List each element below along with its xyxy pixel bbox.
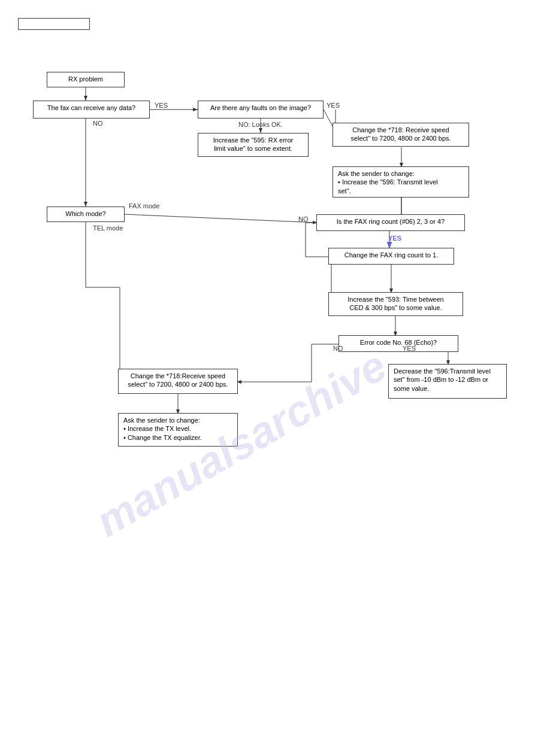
change-fax-ring-label: Change the FAX ring count to 1. — [344, 251, 439, 259]
ask-sender-1-box: Ask the sender to change:• Increase the … — [333, 166, 469, 198]
rx-problem-label: RX problem — [68, 75, 103, 83]
top-bar-box — [18, 18, 90, 30]
ask-sender-2-label: Ask the sender to change:• Increase the … — [123, 417, 202, 441]
error-code-68-label: Error code No. 68 (Echo)? — [360, 339, 437, 346]
yes4-label: YES — [403, 345, 416, 352]
ask-sender-1-label: Ask the sender to change:• Increase the … — [338, 170, 438, 195]
increase-593-label: Increase the "593: Time betweenCED & 300… — [347, 296, 443, 311]
rx-problem-box: RX problem — [47, 72, 125, 87]
which-mode-label: Which mode? — [65, 210, 105, 217]
tel-mode-label: TEL mode — [93, 224, 123, 232]
no1-label: NO — [93, 120, 103, 127]
yes3-label: YES — [388, 235, 401, 242]
decrease-596-box: Decrease the "596:Transmit levelset" fro… — [388, 364, 507, 399]
fax-receive-box: The fax can receive any data? — [33, 101, 150, 119]
ask-sender-2-box: Ask the sender to change:• Increase the … — [118, 413, 238, 447]
no2-label: NO: Looks OK. — [238, 121, 283, 128]
decrease-596-label: Decrease the "596:Transmit levelset" fro… — [394, 368, 491, 392]
change-718-2-label: Change the *718:Receive speedselect" to … — [128, 372, 228, 388]
no4-label: NO — [333, 345, 343, 352]
change-718-1-box: Change the *718: Receive speedselect" to… — [333, 123, 469, 147]
which-mode-box: Which mode? — [47, 207, 125, 222]
change-fax-ring-box: Change the FAX ring count to 1. — [328, 248, 454, 265]
error-code-68-box: Error code No. 68 (Echo)? — [338, 335, 458, 352]
fax-mode-label: FAX mode — [129, 202, 159, 210]
yes2-label: YES — [327, 102, 340, 109]
fax-ring-count-label: Is the FAX ring count (#06) 2, 3 or 4? — [337, 218, 445, 225]
change-718-2-box: Change the *718:Receive speedselect" to … — [118, 369, 238, 394]
yes1-label: YES — [155, 102, 168, 109]
increase-595-label: Increase the "595: RX errorlimit value" … — [213, 136, 294, 152]
fax-receive-label: The fax can receive any data? — [47, 104, 135, 111]
change-718-1-label: Change the *718: Receive speedselect" to… — [350, 126, 451, 142]
svg-line-10 — [125, 214, 318, 223]
any-faults-box: Are there any faults on the image? — [198, 101, 324, 119]
any-faults-label: Are there any faults on the image? — [210, 104, 311, 111]
fax-ring-count-box: Is the FAX ring count (#06) 2, 3 or 4? — [316, 214, 465, 231]
page: manualsarchive — [0, 0, 535, 756]
increase-593-box: Increase the "593: Time betweenCED & 300… — [328, 292, 463, 316]
increase-595-box: Increase the "595: RX errorlimit value" … — [198, 133, 309, 157]
no3-label: NO — [298, 215, 309, 223]
